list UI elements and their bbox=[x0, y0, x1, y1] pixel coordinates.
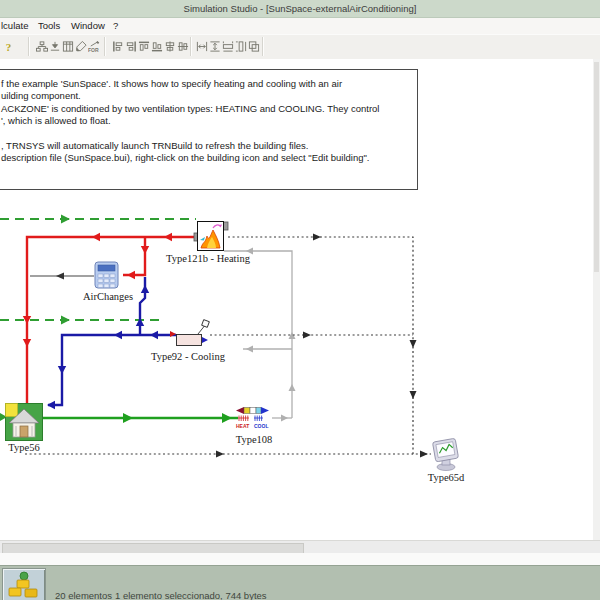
link-blue-arrows bbox=[47, 285, 158, 409]
project-description-box[interactable]: f the example 'SunSpace'. It shows how t… bbox=[0, 69, 418, 190]
component-airchanges[interactable]: AirChanges bbox=[94, 261, 120, 294]
toolbar-separator bbox=[104, 37, 106, 56]
description-line: description file (SunSpace.bui), right-c… bbox=[1, 152, 413, 164]
heat-label: HEAT bbox=[236, 423, 249, 429]
space-horizontal-icon[interactable] bbox=[196, 37, 208, 56]
status-bar: 20 elementos 1 elemento seleccionado, 74… bbox=[0, 565, 600, 600]
for-loop-icon[interactable]: FOR bbox=[88, 37, 100, 56]
svg-text:FOR: FOR bbox=[88, 47, 99, 53]
component-type56-building[interactable]: Type56 bbox=[5, 403, 43, 445]
description-line: ACKZONE' is conditioned by two ventilati… bbox=[1, 103, 413, 115]
menu-item-window[interactable]: Window bbox=[71, 20, 105, 31]
toolbar-group bbox=[196, 37, 260, 56]
hierarchy-icon[interactable] bbox=[36, 37, 48, 56]
align-left-icon[interactable] bbox=[112, 37, 124, 56]
description-line: ', which is allowed to float. bbox=[1, 115, 413, 127]
toolbar-separator bbox=[190, 37, 192, 56]
link-green-dashed-arrows bbox=[0, 215, 70, 422]
window-gap-strip bbox=[0, 553, 600, 565]
toolbar-separator bbox=[28, 37, 30, 56]
align-bottom-icon[interactable] bbox=[151, 37, 163, 56]
description-line: uilding component. bbox=[1, 90, 413, 102]
component-type92-cooling[interactable]: Type92 - Cooling bbox=[168, 318, 212, 354]
menu-item-calculate[interactable]: lculate bbox=[1, 20, 28, 31]
link-black-airchanges[interactable] bbox=[30, 273, 94, 280]
calculator-icon bbox=[94, 261, 120, 290]
status-element-count: 20 elementos bbox=[55, 590, 112, 600]
menu-item-help[interactable]: ? bbox=[113, 20, 118, 31]
component-type65d-plotter[interactable]: Type65d bbox=[429, 438, 465, 476]
link-gray-arrows bbox=[246, 248, 296, 422]
house-icon bbox=[5, 403, 43, 441]
align-right-icon[interactable] bbox=[125, 37, 137, 56]
brush-icon[interactable] bbox=[75, 37, 87, 56]
workspace-canvas: f the example 'SunSpace'. It shows how t… bbox=[0, 59, 593, 540]
component-label: Type65d bbox=[386, 472, 506, 483]
link-gray-control[interactable] bbox=[224, 251, 292, 418]
menu-item-tools[interactable]: Tools bbox=[38, 20, 60, 31]
link-green-solid[interactable] bbox=[43, 413, 238, 423]
title-bar: Simulation Studio - [SunSpace-externalAi… bbox=[0, 0, 600, 18]
align-center-v-icon[interactable] bbox=[177, 37, 189, 56]
toolbar: ?FOR bbox=[0, 34, 600, 60]
same-width-icon[interactable] bbox=[222, 37, 234, 56]
component-label: Type92 - Cooling bbox=[128, 351, 248, 362]
menu-bar: lculate Tools Window ? bbox=[0, 18, 600, 34]
component-type121b-heating[interactable]: Type121b - Heating bbox=[193, 220, 229, 256]
assembly-blocks-icon bbox=[3, 569, 43, 599]
furnace-icon bbox=[193, 220, 229, 252]
status-selection-info: 1 elemento seleccionado, 744 bytes bbox=[115, 590, 267, 600]
toolbar-group: ? bbox=[3, 37, 15, 56]
link-green-dashed[interactable] bbox=[0, 219, 196, 417]
link-dotted-plotter[interactable] bbox=[25, 237, 431, 454]
thermostat-icon: HEAT COOL bbox=[234, 405, 274, 433]
selected-element-preview bbox=[2, 568, 46, 600]
cool-label: COOL bbox=[254, 423, 268, 429]
toolbar-group bbox=[112, 37, 189, 56]
toolbar-separator bbox=[262, 37, 264, 56]
description-line: f the example 'SunSpace'. It shows how t… bbox=[1, 78, 413, 90]
component-label: Type121b - Heating bbox=[148, 253, 268, 264]
svg-text:?: ? bbox=[6, 41, 12, 53]
space-vertical-icon[interactable] bbox=[209, 37, 221, 56]
direct-access-icon[interactable] bbox=[49, 37, 61, 56]
description-line bbox=[1, 128, 413, 140]
align-top-icon[interactable] bbox=[138, 37, 150, 56]
toolbar-group: FOR bbox=[36, 37, 100, 56]
same-size-icon[interactable] bbox=[248, 37, 260, 56]
same-height-icon[interactable] bbox=[235, 37, 247, 56]
component-type108-thermostat[interactable]: HEAT COOL Type108 bbox=[234, 405, 274, 437]
cooling-coil-icon bbox=[168, 318, 212, 350]
component-label: Type108 bbox=[194, 434, 314, 445]
vertical-scrollbar-thumb[interactable] bbox=[594, 62, 599, 272]
columns-icon[interactable] bbox=[62, 37, 74, 56]
help-key-icon[interactable]: ? bbox=[3, 37, 15, 56]
monitor-plot-icon bbox=[429, 438, 465, 472]
component-label: Type56 bbox=[0, 442, 84, 453]
align-center-h-icon[interactable] bbox=[164, 37, 176, 56]
description-line: , TRNSYS will automatically launch TRNBu… bbox=[1, 140, 413, 152]
horizontal-scrollbar[interactable] bbox=[0, 540, 600, 554]
window-title: Simulation Studio - [SunSpace-externalAi… bbox=[184, 3, 417, 14]
vertical-scrollbar[interactable] bbox=[593, 59, 600, 540]
component-label: AirChanges bbox=[48, 291, 168, 302]
